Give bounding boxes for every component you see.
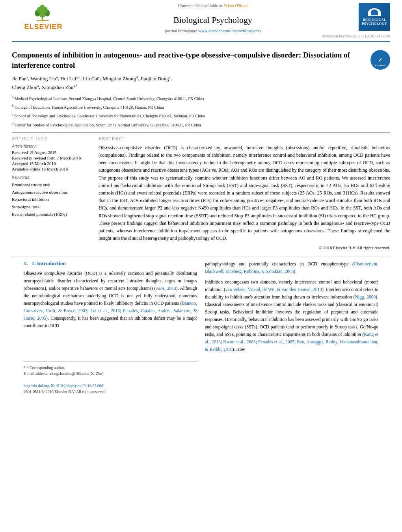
elsevier-logo-graphic (24, 3, 63, 23)
article-title-block: Components of inhibition in autogenous- … (12, 50, 390, 70)
keyword-1: Autogenous-reactive obsessions (12, 189, 91, 196)
ref-lei2013[interactable]: Lei et al., 2013 (90, 308, 120, 313)
author-cheng-zhou: Cheng Zhoua (12, 84, 39, 90)
intro-heading: 1. 1. Introduction (24, 260, 197, 267)
main-content: 1. 1. Introduction Obsessive–compulsive … (12, 260, 390, 395)
contents-list-text: Contents lists available at (178, 3, 222, 8)
main-col-right: pathophysiology and potentially characte… (205, 260, 378, 395)
affiliations: a Medical Psychological Institute, Secon… (12, 94, 390, 128)
author-hui-lei: Hui Leia,b (60, 76, 80, 82)
copyright: © 2016 Elsevier B.V. All rights reserved… (99, 245, 390, 250)
abstract-col: ABSTRACT Obsessive–compulsive disorder (… (99, 137, 390, 250)
keyword-0: Emotional stroop task (12, 181, 91, 189)
journal-header-left: ELSEVIER (12, 3, 75, 31)
email-address[interactable]: xiongzhaozhu@163.com (49, 371, 89, 376)
ref-apa2013[interactable]: APA, 2013 (156, 286, 176, 291)
author-xiongzhao-zhu: Xiongzhao Zhua,* (41, 84, 78, 90)
journal-header-right: BIOLOGICAL PSYCHOLOGY (351, 3, 390, 31)
content-divider (12, 256, 390, 256)
keyword-4: Event-related potentials (ERPs) (12, 211, 91, 218)
accepted-date: Accepted 15 March 2016 (12, 161, 91, 166)
article-info-col: ARTICLE INFO Article history: Received 1… (12, 137, 91, 250)
svg-point-6 (40, 5, 45, 11)
svg-rect-7 (37, 20, 48, 21)
sciencedirect-link[interactable]: ScienceDirect (223, 3, 248, 8)
author-lin-cai: Lin Caic (83, 76, 100, 82)
ref-vanvelzen2014[interactable]: van Velzen, Vriend, de Wit, & van den He… (225, 287, 322, 292)
badge-line2: PSYCHOLOGY (362, 22, 387, 26)
ref-nigg2000[interactable]: Nigg, 2000 (355, 295, 376, 299)
authors: Jie Fana, Wanting Liua, Hui Leia,b, Lin … (12, 74, 390, 91)
main-col-left: 1. 1. Introduction Obsessive–compulsive … (24, 260, 197, 395)
homepage-label: journal homepage: (165, 28, 197, 33)
abstract-label: ABSTRACT (99, 137, 390, 141)
rights-row: 0301-0511/© 2016 Elsevier B.V. All right… (24, 389, 197, 395)
journal-title: Biological Psychology (83, 15, 343, 25)
affiliation-a: a Medical Psychological Institute, Secon… (12, 94, 390, 102)
crossmark-badge: ✓ CrossMark (370, 50, 390, 70)
keyword-2: Behavioral inhibition (12, 196, 91, 203)
footnote-section: * * Corresponding author. E-mail address… (24, 361, 197, 395)
history-label: Article history: (12, 144, 91, 148)
svg-text:✓: ✓ (378, 57, 383, 63)
keyword-3: Stop-signal task (12, 203, 91, 211)
svg-text:CrossMark: CrossMark (375, 64, 385, 67)
article-info-label: ARTICLE INFO (12, 137, 91, 141)
journal-top-content-line: Contents lists available at ScienceDirec… (83, 3, 343, 8)
section-number: 1. (24, 260, 28, 266)
ref-chamberlain2005[interactable]: Chamberlain, Blackwell, Fineberg, Robbin… (205, 261, 378, 274)
ref-kwon2003[interactable]: Kwon et al., 2003 (223, 339, 256, 344)
intro-label: 1. Introduction (32, 260, 66, 266)
corresponding-author: * * Corresponding author. (24, 365, 197, 371)
article-divider (12, 132, 390, 133)
journal-vol-info: Biological Psychology 117 (2016) 117–130 (0, 33, 402, 38)
intro-para2: pathophysiology and potentially characte… (205, 260, 378, 275)
article-title: Components of inhibition in autogenous- … (12, 50, 370, 70)
author-mingtian-zhong: Mingtian Zhongd (102, 76, 138, 82)
biopsych-badge: BIOLOGICAL PSYCHOLOGY (359, 3, 390, 31)
doi-link[interactable]: http://dx.doi.org/10.1016/j.biopsycho.20… (24, 384, 103, 388)
affiliation-d: d Center for Studies of Psychological Ap… (12, 120, 390, 128)
elsevier-brand: ELSEVIER (24, 23, 62, 31)
homepage-url[interactable]: www.elsevier.com/locate/biopsycho (198, 28, 261, 33)
affiliation-c: c School of Sociology and Psychology, So… (12, 111, 390, 119)
page: ELSEVIER Contents lists available at Sci… (0, 0, 402, 532)
corresponding-label: * Corresponding author. (27, 365, 65, 370)
received-revised-date: Received in revised form 7 March 2016 (12, 156, 91, 160)
badge-line1: BIOLOGICAL (363, 18, 386, 22)
available-date: Available online 16 March 2016 (12, 167, 91, 171)
journal-homepage: journal homepage: www.elsevier.com/locat… (83, 28, 343, 33)
email-person: (X. Zhu). (90, 371, 105, 376)
affiliation-b: b College of Education, Hunan Agricultur… (12, 103, 390, 111)
keywords-list: Emotional stroop task Autogenous-reactiv… (12, 181, 91, 218)
ref-penades2005b[interactable]: Penadés et al., 2005 (258, 339, 294, 344)
article-info-abstract: ARTICLE INFO Article history: Received 1… (12, 137, 390, 250)
doi-row: http://dx.doi.org/10.1016/j.biopsycho.20… (24, 383, 197, 389)
author-jiaojiao-dong: Jiaojiao Donga (140, 76, 171, 82)
journal-header-center: Contents lists available at ScienceDirec… (75, 3, 351, 33)
author-wanting-liu: Wanting Liua (30, 76, 58, 82)
keywords-label: Keywords: (12, 175, 91, 180)
email-label: E-mail address: (24, 371, 48, 376)
abstract-paragraph: Obsessive–compulsive disorder (OCD) is c… (99, 144, 390, 242)
author-jie-fan: Jie Fana (12, 76, 28, 82)
article-section: Components of inhibition in autogenous- … (0, 42, 402, 395)
abstract-text: Obsessive–compulsive disorder (OCD) is c… (99, 144, 390, 242)
journal-header: ELSEVIER Contents lists available at Sci… (0, 0, 402, 33)
intro-para1: Obsessive–compulsive disorder (OCD) is a… (24, 270, 197, 330)
intro-para3: Inhibition encompasses two domains, name… (205, 278, 378, 353)
email-row: E-mail address: xiongzhaozhu@163.com (X.… (24, 371, 197, 376)
received-date: Received 19 August 2015 (12, 150, 91, 155)
